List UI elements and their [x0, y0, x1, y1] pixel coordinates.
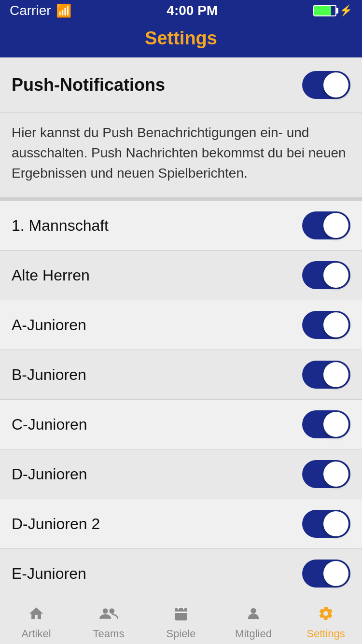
team-toggle-5[interactable]: [302, 460, 350, 488]
tab-artikel[interactable]: Artikel: [0, 601, 72, 640]
charging-icon: ⚡: [339, 4, 352, 17]
carrier-label: Carrier: [10, 3, 51, 18]
team-row-2: A-Junioren: [0, 300, 362, 350]
svg-rect-2: [175, 608, 187, 620]
tab-spiele[interactable]: Spiele: [145, 601, 217, 640]
team-toggle-knob-5: [323, 462, 348, 487]
push-notifications-toggle[interactable]: [302, 71, 350, 99]
team-label-3: B-Junioren: [12, 366, 86, 384]
person-icon: [245, 605, 262, 626]
team-row-5: D-Junioren: [0, 449, 362, 499]
team-toggle-knob-2: [323, 312, 348, 337]
tab-mitglied[interactable]: Mitglied: [217, 601, 290, 640]
push-notifications-knob: [323, 72, 348, 98]
team-toggle-knob-1: [323, 263, 348, 288]
team-label-6: D-Junioren 2: [12, 515, 100, 533]
team-row-6: D-Junioren 2: [0, 499, 362, 549]
wifi-icon: 📶: [56, 3, 71, 18]
team-row-0: 1. Mannschaft: [0, 201, 362, 251]
status-bar: Carrier 📶 4:00 PM ⚡: [0, 0, 362, 21]
tab-bar: Artikel Teams Spiele Mitglied Settings: [0, 596, 362, 644]
team-toggle-knob-0: [323, 213, 348, 238]
tab-mitglied-label: Mitglied: [235, 628, 272, 640]
team-row-1: Alte Herren: [0, 251, 362, 300]
battery-fill: [314, 6, 331, 15]
tab-teams[interactable]: Teams: [72, 601, 145, 640]
team-toggle-6[interactable]: [302, 510, 350, 538]
content: Push-Notifications Hier kannst du Push B…: [0, 57, 362, 644]
team-label-5: D-Junioren: [12, 465, 87, 483]
status-bar-left: Carrier 📶: [10, 3, 71, 18]
tab-teams-label: Teams: [93, 628, 125, 640]
tab-artikel-label: Artikel: [21, 628, 51, 640]
page-title: Settings: [145, 28, 217, 48]
team-toggle-1[interactable]: [302, 261, 350, 289]
nav-header: Settings: [0, 21, 362, 57]
team-toggle-7[interactable]: [302, 560, 350, 588]
team-toggle-knob-6: [323, 511, 348, 536]
team-toggle-2[interactable]: [302, 311, 350, 339]
tab-settings[interactable]: Settings: [290, 601, 362, 640]
tab-spiele-label: Spiele: [166, 628, 195, 640]
team-row-7: E-Junioren: [0, 549, 362, 599]
team-label-4: C-Junioren: [12, 416, 87, 434]
team-toggle-knob-4: [323, 412, 348, 437]
status-bar-time: 4:00 PM: [167, 3, 218, 18]
team-toggle-4[interactable]: [302, 410, 350, 438]
settings-icon: [318, 605, 334, 626]
home-icon: [28, 605, 44, 626]
push-notifications-row: Push-Notifications: [0, 57, 362, 113]
teams-icon: [99, 605, 118, 626]
team-label-0: 1. Mannschaft: [12, 217, 109, 235]
status-bar-right: ⚡: [313, 4, 352, 17]
team-toggle-3[interactable]: [302, 361, 350, 389]
svg-point-0: [103, 608, 108, 614]
battery-icon: [313, 5, 336, 16]
team-toggle-knob-3: [323, 362, 348, 387]
team-label-1: Alte Herren: [12, 266, 90, 284]
tab-settings-label: Settings: [306, 628, 345, 640]
team-label-7: E-Junioren: [12, 565, 86, 583]
team-toggle-0[interactable]: [302, 211, 350, 239]
calendar-icon: [173, 605, 189, 626]
push-notifications-label: Push-Notifications: [12, 75, 165, 95]
team-label-2: A-Junioren: [12, 316, 86, 334]
team-row-4: C-Junioren: [0, 400, 362, 449]
svg-point-1: [109, 608, 114, 614]
team-toggle-knob-7: [323, 561, 348, 586]
svg-point-6: [251, 608, 256, 613]
description-text: Hier kannst du Push Benachrichtigungen e…: [0, 113, 362, 201]
teams-container: 1. MannschaftAlte HerrenA-JuniorenB-Juni…: [0, 201, 362, 644]
team-row-3: B-Junioren: [0, 350, 362, 400]
